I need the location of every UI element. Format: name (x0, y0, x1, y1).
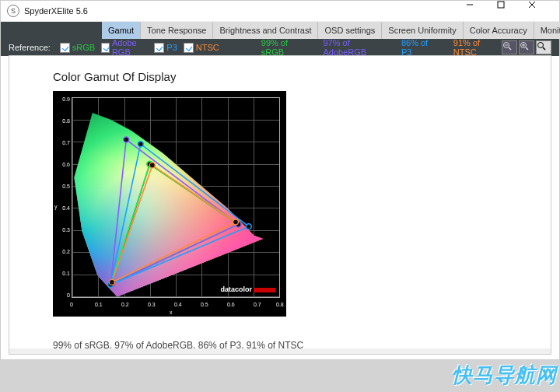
ytick: 0.5 (62, 184, 70, 189)
ref-p3[interactable]: P3 (154, 43, 177, 53)
app-window: S SpyderXElite 5.6 Gamut Tone Response B… (0, 0, 560, 360)
page-title: Color Gamut Of Display (53, 70, 551, 83)
svg-point-25 (109, 279, 114, 285)
svg-line-5 (509, 47, 511, 50)
ytick: 0.8 (62, 118, 70, 124)
horizontal-scrollbar[interactable] (9, 348, 551, 355)
ytick: 0.3 (62, 227, 70, 233)
gamut-chart: datacolor 0 0.1 0.2 0.3 0.4 0.5 0.6 0.7 … (53, 91, 286, 317)
close-button[interactable] (528, 1, 559, 21)
xtick: 0.8 (276, 302, 284, 307)
checkbox-icon[interactable] (101, 43, 110, 53)
ylabel: y (54, 204, 58, 209)
tab-tone-response[interactable]: Tone Response (141, 22, 213, 39)
titlebar: S SpyderXElite 5.6 (1, 1, 559, 22)
xtick: 0.7 (254, 302, 261, 307)
checkbox-icon[interactable] (184, 43, 194, 53)
svg-point-20 (124, 137, 129, 142)
svg-point-26 (149, 163, 155, 168)
xlabel: x (170, 310, 173, 315)
tab-brightness-contrast[interactable]: Brightness and Contrast (213, 22, 318, 39)
tab-color-accuracy[interactable]: Color Accuracy (464, 22, 534, 39)
svg-line-8 (526, 47, 528, 50)
svg-point-23 (138, 142, 143, 147)
ytick: 0.1 (62, 271, 70, 276)
ref-srgb[interactable]: sRGB (60, 43, 95, 53)
tab-gamut[interactable]: Gamut (102, 22, 141, 39)
ytick: 0.2 (62, 249, 70, 254)
xtick: 0.1 (95, 302, 103, 307)
svg-point-24 (246, 224, 251, 229)
ref-adobergb[interactable]: Adobe RGB (101, 38, 148, 57)
datacolor-logo: datacolor (220, 285, 275, 293)
ytick: 0.7 (62, 140, 70, 145)
app-icon: S (7, 5, 19, 17)
stat-ntsc: 91% of NTSC (453, 38, 495, 57)
xtick: 0.6 (227, 302, 235, 307)
zoom-in-button[interactable] (519, 40, 534, 54)
reference-label: Reference: (9, 43, 51, 52)
stat-adobergb: 97% of AdobeRGB (323, 38, 380, 57)
minimize-button[interactable] (466, 1, 497, 21)
zoom-fit-button[interactable] (536, 40, 551, 54)
zoom-out-button[interactable] (502, 40, 517, 54)
ref-ntsc[interactable]: NTSC (184, 43, 219, 53)
maximize-button[interactable] (497, 1, 528, 21)
ytick: 0.4 (62, 205, 70, 211)
ytick: 0 (62, 292, 70, 298)
ytick: 0.6 (62, 162, 70, 167)
gamut-triangles (72, 97, 280, 298)
svg-rect-1 (498, 2, 504, 8)
tab-monitor-rating[interactable]: Monitor Rating (534, 22, 560, 39)
reference-bar: Reference: sRGB Adobe RGB P3 NTSC 99% of… (1, 39, 559, 56)
window-title: SpyderXElite 5.6 (24, 6, 88, 16)
svg-point-27 (233, 219, 239, 225)
svg-point-11 (538, 43, 544, 48)
tab-screen-uniformity[interactable]: Screen Uniformity (382, 22, 463, 39)
xtick: 0.5 (201, 302, 208, 307)
stat-srgb: 99% of sRGB (261, 38, 303, 57)
content-area: Color Gamut Of Display (9, 55, 551, 355)
xtick: 0 (70, 302, 73, 307)
tabstrip: Gamut Tone Response Brightness and Contr… (1, 22, 559, 39)
watermark: 快马导航网 (452, 362, 557, 389)
xtick: 0.3 (148, 302, 156, 307)
xtick: 0.4 (174, 302, 182, 307)
svg-line-12 (543, 47, 545, 50)
stat-p3: 86% of P3 (401, 38, 433, 57)
ytick: 0.9 (62, 96, 70, 102)
xtick: 0.2 (121, 302, 129, 307)
checkbox-icon[interactable] (60, 43, 70, 53)
checkbox-icon[interactable] (154, 43, 164, 53)
tab-osd-settings[interactable]: OSD settings (318, 22, 382, 39)
